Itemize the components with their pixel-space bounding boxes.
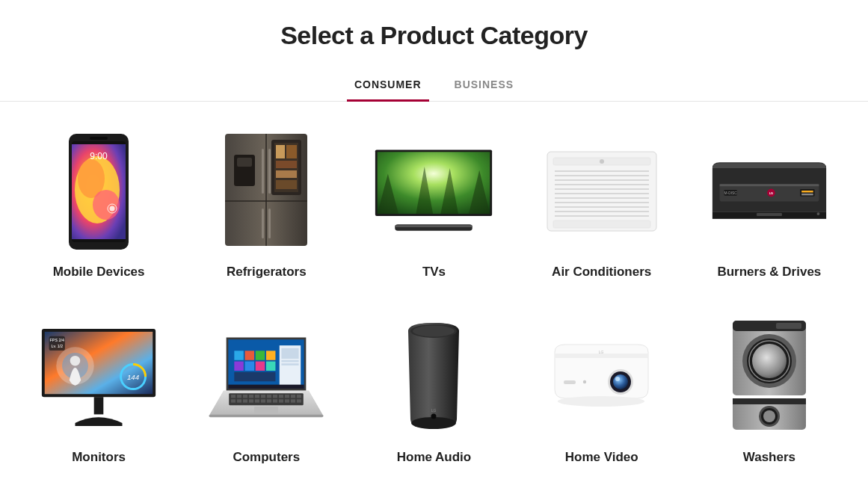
svg-point-113	[413, 326, 455, 337]
category-home-audio[interactable]: LG Home Audio	[350, 317, 517, 465]
category-refrigerators[interactable]: Refrigerators	[182, 132, 350, 280]
svg-rect-91	[267, 395, 271, 398]
svg-rect-77	[266, 362, 275, 371]
phone-icon: 9:00	[39, 132, 158, 251]
svg-rect-30	[395, 225, 473, 227]
category-label: Computers	[233, 450, 300, 465]
ac-icon	[542, 132, 662, 251]
svg-rect-57	[757, 213, 782, 216]
svg-rect-83	[229, 385, 304, 389]
category-grid: 9:00 Mobile Devices	[0, 102, 868, 487]
svg-text:M-DISC: M-DISC	[724, 191, 737, 194]
category-tvs[interactable]: TVs	[350, 132, 517, 280]
monitor-icon: 144 FPS 2/4 Lv. 1/2	[39, 317, 158, 436]
svg-rect-94	[285, 395, 289, 398]
svg-rect-95	[291, 395, 295, 398]
category-mobile-devices[interactable]: 9:00 Mobile Devices	[15, 132, 182, 280]
svg-rect-21	[276, 170, 297, 178]
page-title: Select a Product Category	[0, 21, 868, 50]
svg-point-120	[613, 374, 628, 389]
washer-icon	[710, 317, 829, 436]
svg-point-130	[752, 344, 787, 378]
svg-rect-92	[273, 395, 277, 398]
svg-text:LG: LG	[769, 191, 773, 194]
svg-rect-101	[255, 399, 259, 402]
category-burners-drives[interactable]: M-DISC LG Burners & Drives	[686, 132, 853, 280]
svg-rect-25	[262, 209, 264, 238]
svg-rect-93	[279, 395, 283, 398]
svg-rect-15	[237, 158, 252, 167]
svg-point-117	[558, 396, 644, 407]
svg-rect-24	[268, 149, 271, 194]
svg-rect-133	[733, 398, 806, 404]
svg-rect-98	[237, 399, 241, 402]
svg-point-45	[600, 159, 604, 164]
svg-rect-109	[254, 407, 278, 414]
svg-rect-88	[249, 395, 253, 398]
svg-rect-70	[235, 351, 244, 359]
svg-rect-22	[276, 180, 297, 189]
svg-rect-104	[273, 399, 277, 402]
drive-icon: M-DISC LG	[710, 132, 829, 251]
svg-rect-82	[282, 363, 299, 365]
projector-icon: LG	[542, 317, 662, 436]
svg-text:9:00: 9:00	[90, 151, 108, 161]
svg-rect-81	[282, 360, 299, 362]
svg-rect-74	[235, 362, 244, 371]
svg-text:Lv. 1/2: Lv. 1/2	[52, 344, 64, 348]
category-air-conditioners[interactable]: Air Conditioners	[518, 132, 686, 280]
svg-point-5	[93, 190, 120, 220]
svg-rect-108	[297, 399, 301, 402]
svg-rect-48	[719, 184, 819, 186]
svg-rect-97	[231, 399, 236, 402]
svg-rect-86	[237, 395, 241, 398]
svg-rect-26	[268, 209, 271, 238]
category-monitors[interactable]: 144 FPS 2/4 Lv. 1/2 Monitors	[15, 317, 182, 465]
svg-rect-85	[231, 395, 236, 398]
speaker-icon: LG	[374, 317, 493, 436]
svg-rect-18	[276, 145, 285, 158]
svg-rect-23	[262, 149, 264, 194]
svg-rect-107	[291, 399, 295, 402]
tab-bar: Consumer Business	[0, 71, 868, 102]
svg-rect-89	[255, 395, 259, 398]
category-label: Burners & Drives	[717, 265, 821, 280]
category-label: Home Video	[565, 450, 638, 465]
svg-point-136	[763, 410, 775, 422]
svg-text:144: 144	[127, 373, 140, 381]
category-label: Refrigerators	[227, 265, 307, 280]
svg-rect-75	[245, 362, 254, 371]
svg-rect-100	[249, 399, 253, 402]
svg-rect-87	[243, 395, 247, 398]
category-computers[interactable]: Computers	[182, 317, 350, 465]
svg-text:LG: LG	[599, 350, 604, 354]
category-washers[interactable]: Washers	[686, 317, 853, 465]
svg-rect-73	[266, 351, 275, 359]
svg-rect-90	[261, 395, 265, 398]
svg-rect-44	[553, 220, 650, 228]
svg-rect-122	[564, 380, 576, 384]
tab-consumer[interactable]: Consumer	[351, 71, 425, 101]
svg-text:FPS 2/4: FPS 2/4	[50, 338, 64, 342]
svg-point-62	[70, 356, 81, 366]
svg-rect-54	[801, 191, 813, 192]
svg-rect-110	[209, 415, 324, 418]
svg-point-115	[431, 414, 437, 419]
svg-rect-20	[276, 161, 297, 168]
svg-rect-105	[279, 399, 283, 402]
svg-rect-78	[235, 372, 276, 381]
svg-rect-80	[282, 348, 299, 359]
category-label: Air Conditioners	[552, 265, 651, 280]
category-label: Mobile Devices	[53, 265, 145, 280]
fridge-icon	[206, 132, 326, 251]
category-home-video[interactable]: LG Home Video	[518, 317, 686, 465]
category-label: Washers	[743, 450, 795, 465]
svg-rect-127	[776, 323, 801, 329]
svg-rect-71	[245, 351, 254, 359]
svg-rect-106	[285, 399, 289, 402]
svg-rect-9	[90, 137, 108, 140]
category-label: Home Audio	[397, 450, 471, 465]
svg-rect-76	[256, 362, 265, 371]
tab-business[interactable]: Business	[452, 71, 517, 101]
svg-rect-72	[256, 351, 265, 359]
